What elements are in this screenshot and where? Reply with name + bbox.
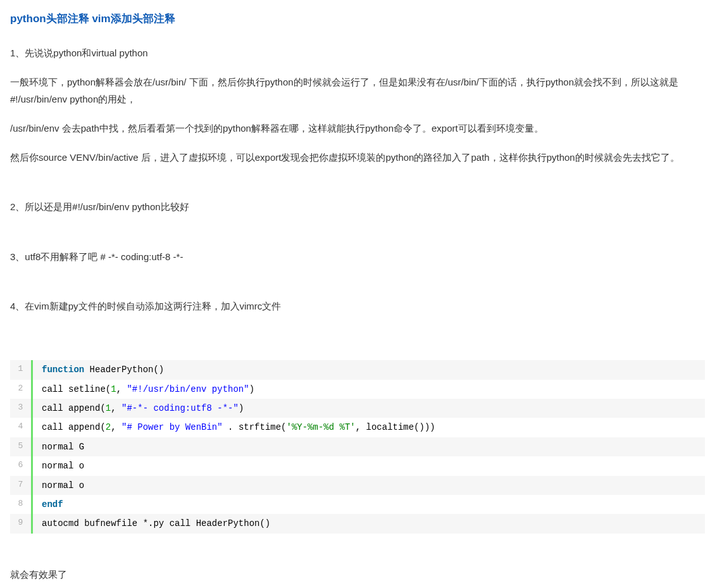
page-title: python头部注释 vim添加头部注释: [10, 10, 705, 27]
code-line: 6normal o: [10, 456, 705, 475]
paragraph-5: 2、所以还是用#!/usr/bin/env python比较好: [10, 199, 705, 215]
line-number: 8: [10, 495, 33, 514]
line-number: 1: [10, 360, 33, 379]
paragraph-4: 然后你source VENV/bin/active 后，进入了虚拟环境，可以ex…: [10, 149, 705, 166]
code-content: call setline(1, "#!/usr/bin/env python"): [33, 380, 705, 399]
line-number: 3: [10, 399, 33, 418]
paragraph-7: 4、在vim新建py文件的时候自动添加这两行注释，加入vimrc文件: [10, 298, 705, 315]
code-content: call append(2, "# Power by WenBin" . str…: [33, 418, 705, 437]
line-number: 6: [10, 456, 33, 475]
line-number: 4: [10, 418, 33, 437]
line-number: 5: [10, 437, 33, 456]
paragraph-6: 3、utf8不用解释了吧 # -*- coding:utf-8 -*-: [10, 249, 705, 265]
code-line: 7normal o: [10, 476, 705, 495]
code-block-1: 1function HeaderPython()2call setline(1,…: [10, 360, 705, 534]
code-line: 3call append(1, "#-*- coding:utf8 -*-"): [10, 399, 705, 418]
code-line: 8endf: [10, 495, 705, 514]
code-content: autocmd bufnewfile *.py call HeaderPytho…: [33, 514, 705, 533]
paragraph-1: 1、先说说python和virtual python: [10, 45, 705, 61]
paragraph-8: 就会有效果了: [10, 566, 705, 583]
line-number: 9: [10, 514, 33, 533]
code-content: call append(1, "#-*- coding:utf8 -*-"): [33, 399, 705, 418]
line-number: 2: [10, 380, 33, 399]
paragraph-3: /usr/bin/env 会去path中找，然后看看第一个找到的python解释…: [10, 120, 705, 137]
code-line: 5normal G: [10, 437, 705, 456]
line-number: 7: [10, 476, 33, 495]
code-line: 9autocmd bufnewfile *.py call HeaderPyth…: [10, 514, 705, 533]
code-content: normal o: [33, 476, 705, 495]
code-content: normal G: [33, 437, 705, 456]
code-content: normal o: [33, 456, 705, 475]
code-line: 4call append(2, "# Power by WenBin" . st…: [10, 418, 705, 437]
paragraph-2: 一般环境下，python解释器会放在/usr/bin/ 下面，然后你执行pyth…: [10, 74, 705, 108]
code-content: function HeaderPython(): [33, 360, 705, 379]
code-line: 2call setline(1, "#!/usr/bin/env python"…: [10, 380, 705, 399]
code-content: endf: [33, 495, 705, 514]
code-line: 1function HeaderPython(): [10, 360, 705, 379]
